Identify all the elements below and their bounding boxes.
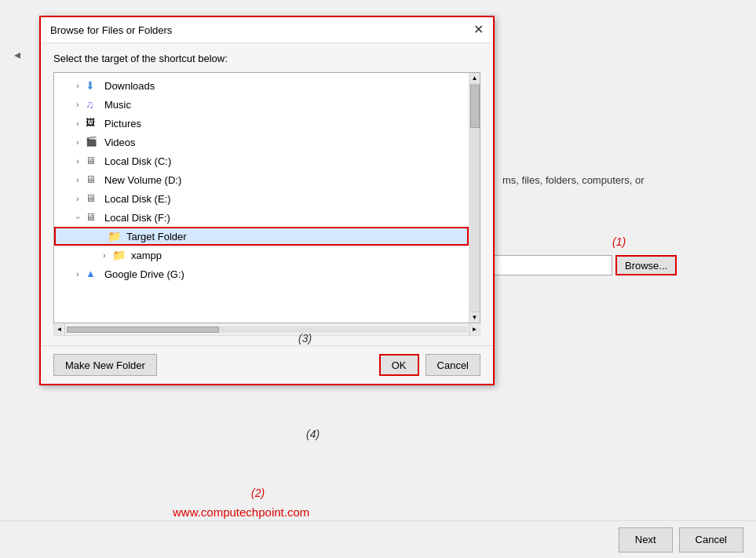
dialog-title: Browse for Files or Folders (50, 24, 172, 36)
annotation-3: (3) (298, 332, 312, 345)
dialog-footer: Make New Folder OK Cancel (41, 345, 493, 384)
hscroll-track (67, 326, 467, 333)
tree-item-pictures[interactable]: › 🖼 Pictures (54, 114, 469, 133)
dialog-close-button[interactable]: ✕ (473, 24, 484, 36)
locale-label: Local Disk (E:) (104, 193, 171, 205)
chevron-localc: › (71, 157, 84, 166)
videos-icon: 🎬 (86, 136, 101, 148)
back-arrow-button[interactable]: ◂ (14, 47, 20, 62)
browse-button[interactable]: Browse... (615, 255, 677, 275)
chevron-googledrive: › (71, 270, 84, 279)
hscrollbar-row: ◄ ► (53, 323, 480, 336)
next-button[interactable]: Next (619, 527, 673, 553)
diske-icon: 🖥 (86, 192, 101, 205)
dialog-titlebar: Browse for Files or Folders ✕ (41, 17, 493, 43)
diskc-icon: 🖥 (86, 155, 101, 167)
make-new-folder-button[interactable]: Make New Folder (53, 354, 157, 376)
pictures-label: Pictures (104, 118, 141, 129)
background-instruction-text: ms, files, folders, computers, or (502, 173, 645, 188)
browse-dialog: Browse for Files or Folders ✕ Select the… (39, 16, 495, 385)
vscroll-up-button[interactable]: ▲ (469, 73, 480, 84)
diskd-icon: 🖥 (86, 173, 101, 186)
targetfolder-icon: 📁 (108, 230, 123, 243)
tree-item-videos[interactable]: › 🎬 Videos (54, 133, 469, 151)
annotation-1: (1) (612, 235, 626, 248)
vscroll-track (469, 84, 480, 312)
hscroll-thumb[interactable] (67, 326, 219, 333)
tree-item-music[interactable]: › ♫ Music (54, 95, 469, 114)
chevron-downloads: › (71, 82, 84, 90)
pictures-icon: 🖼 (86, 117, 101, 129)
cancel-button[interactable]: Cancel (425, 354, 480, 376)
tree-item-downloads[interactable]: › ⬇ Downloads (54, 76, 469, 95)
tree-item-locale[interactable]: › 🖥 Local Disk (E:) (54, 189, 469, 208)
background-path-input[interactable] (487, 255, 612, 275)
ok-button[interactable]: OK (379, 354, 419, 376)
chevron-locale: › (71, 195, 84, 203)
tree-vscrollbar[interactable]: ▲ ▼ (469, 73, 480, 323)
tree-item-localf[interactable]: › 🖥 Local Disk (F:) (54, 208, 469, 227)
localc-label: Local Disk (C:) (104, 155, 171, 167)
chevron-pictures: › (71, 119, 84, 128)
newvol-label: New Volume (D:) (104, 174, 181, 186)
annotation-4: (4) (306, 428, 320, 440)
xampp-label: xampp (131, 250, 162, 261)
chevron-xampp: › (98, 251, 111, 260)
chevron-localf: › (74, 211, 82, 224)
music-label: Music (104, 99, 131, 111)
downloads-label: Downloads (104, 80, 155, 92)
chevron-music: › (71, 100, 84, 109)
music-icon: ♫ (86, 98, 101, 111)
bottom-bar: Next Cancel (0, 520, 756, 558)
folder-tree-container: › ⬇ Downloads › ♫ Music › 🖼 Picture (53, 72, 480, 323)
downloads-icon: ⬇ (86, 79, 101, 92)
tree-item-localc[interactable]: › 🖥 Local Disk (C:) (54, 151, 469, 170)
chevron-videos: › (71, 138, 84, 147)
folder-tree-scroll[interactable]: › ⬇ Downloads › ♫ Music › 🖼 Picture (54, 73, 469, 323)
tree-item-targetfolder[interactable]: 📁 Target Folder (54, 227, 469, 246)
targetfolder-label: Target Folder (126, 231, 187, 243)
vscroll-down-button[interactable]: ▼ (469, 312, 480, 323)
hscroll-right-button[interactable]: ► (469, 324, 480, 335)
hscroll-left-button[interactable]: ◄ (54, 324, 65, 335)
tree-item-xampp[interactable]: › 📁 xampp (54, 246, 469, 264)
googledrive-label: Google Drive (G:) (104, 268, 184, 280)
tree-item-googledrive[interactable]: › ▲ Google Drive (G:) (54, 264, 469, 283)
bottom-cancel-button[interactable]: Cancel (679, 527, 743, 553)
background-browse-area: Browse... (487, 255, 677, 275)
diskf-icon: 🖥 (86, 211, 101, 224)
localf-label: Local Disk (F:) (104, 212, 170, 224)
dialog-instruction: Select the target of the shortcut below: (53, 53, 480, 64)
googledrive-icon: ▲ (86, 268, 101, 280)
vscroll-thumb[interactable] (470, 85, 480, 128)
dialog-body: Select the target of the shortcut below:… (41, 43, 493, 345)
chevron-newvol: › (71, 176, 84, 184)
tree-item-newvol[interactable]: › 🖥 New Volume (D:) (54, 170, 469, 189)
xampp-icon: 📁 (112, 249, 128, 261)
watermark-text: www.computechpoint.com (173, 505, 309, 519)
videos-label: Videos (104, 137, 136, 148)
annotation-2: (2) (251, 487, 265, 499)
